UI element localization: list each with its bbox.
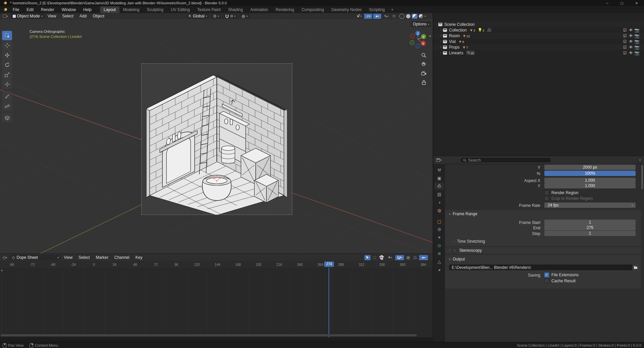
workspace-tab[interactable]: Scripting [365,6,389,13]
tool-move[interactable] [2,50,12,60]
resolution-pct-slider[interactable]: 100% [544,171,636,176]
output-path-field[interactable]: E:\Development\Blen... Blender #6\Render… [449,265,636,270]
file-extensions-checkbox[interactable]: ✓ [544,273,549,277]
exclude-checkbox[interactable]: ☑ [622,51,628,55]
viewport-menu-item[interactable]: Object [90,14,107,18]
exclude-checkbox[interactable]: ☑ [622,45,628,50]
show-hidden-toggle[interactable]: ⬚ [371,255,378,260]
main-menu-item[interactable]: Help [80,6,95,13]
render-visibility-icon[interactable]: 📷 [634,39,640,44]
crop-region-checkbox[interactable] [544,196,549,201]
gizmos-toggle[interactable]: ↗▾ [364,14,372,19]
frame-rate-dropdown[interactable]: 24 fps ▾ [544,202,636,208]
viewport-menu-item[interactable]: Select [59,14,76,18]
workspace-tab[interactable]: Rendering [272,6,298,13]
tool-add-cube[interactable] [2,113,12,123]
shading-wireframe-button[interactable] [399,14,405,19]
properties-scrollbar[interactable] [641,165,643,189]
main-menu-item[interactable]: Window [58,6,80,13]
open-folder-button[interactable] [632,265,639,270]
hide-eye-icon[interactable]: 👁 [628,45,634,50]
outliner-row-vial[interactable]: › Vial ▼8 ☑ 👁 📷 [434,39,644,44]
minimize-button[interactable]: ─ [600,0,614,6]
filter-dropdown[interactable]: ▼▾ [386,255,394,260]
overlays-dropdown[interactable]: ◕▾ [419,255,428,260]
render-visibility-icon[interactable]: 📷 [634,28,640,33]
snap-dropdown[interactable]: ⊡▾ [223,14,238,18]
outliner-row-room[interactable]: › Room ▼12 ☑ 👁 📷 [434,33,644,39]
close-button[interactable]: ✕ [629,0,644,6]
expand-icon[interactable]: › [438,34,443,37]
proportional-edit-dropdown[interactable]: ◎▾ [240,13,250,19]
outliner-row-collection[interactable]: › Collection ▼3 💡2 🎥 ☑ 👁 📷 [434,27,644,33]
step-field[interactable]: 1 [544,231,636,236]
outliner-row-scene-collection[interactable]: › Scene Collection [434,21,644,27]
tab-object-data[interactable]: △ [435,258,444,265]
exclude-checkbox[interactable]: ☑ [622,39,628,44]
render-region-checkbox[interactable] [544,190,549,195]
render-visibility-icon[interactable]: 📷 [634,34,640,38]
workspace-tab[interactable]: Shading [225,6,247,13]
dopesheet-menu-item[interactable]: Select [76,255,93,260]
viewport-3d[interactable]: Camera Orthographic (274) Scene Collecti… [0,19,433,253]
hide-eye-icon[interactable]: 👁 [628,51,634,55]
xray-toggle[interactable]: ⧉ [391,14,397,19]
workspace-tab[interactable]: Layout [100,6,119,13]
expand-icon[interactable]: › [438,28,443,32]
tool-cursor[interactable] [2,41,12,50]
dopesheet-menu-item[interactable]: Marker [93,255,111,260]
editor-type-chevron[interactable]: ▾ [6,256,7,259]
stereoscopy-checkbox[interactable] [452,248,457,253]
motion-curve-button[interactable]: ∿▾ [382,14,390,19]
tab-material[interactable]: ◕ [435,266,444,273]
ghost-toggle[interactable]: 👻 [379,255,385,260]
tool-annotate[interactable] [2,92,12,101]
snapping-dropdown[interactable]: ▾ [395,255,404,260]
current-frame-badge[interactable]: 274 [324,262,334,267]
tool-measure[interactable] [2,101,12,111]
shading-solid-button[interactable] [405,14,411,19]
tab-constraints[interactable]: ⧈ [435,250,444,257]
file-extensions-row[interactable]: ✓ File Extensions [544,272,579,278]
tab-object[interactable]: ▢ [435,218,444,225]
workspace-tab[interactable]: Animation [247,6,272,13]
gizmo-z-neg[interactable] [416,44,420,48]
properties-options-chevron[interactable]: ▾ [639,159,641,162]
pivot-dropdown[interactable]: ⊙▾ [211,13,221,19]
frame-start-field[interactable]: 1 [544,220,636,225]
aspect-y-field[interactable]: 1.000 [544,183,636,188]
workspace-tab[interactable]: Texture Paint [194,6,225,13]
workspace-tab[interactable]: Compositing [298,6,328,13]
workspace-tab[interactable]: Geometry Nodes [328,6,365,13]
viewport-menu-item[interactable]: View [45,14,59,18]
tab-modifiers[interactable]: ⚙ [435,226,444,233]
time-stretching-header[interactable]: ›Time Stretching [454,239,485,244]
end-field[interactable]: 275 [544,225,636,230]
playhead-line[interactable] [329,268,329,337]
perspective-toggle-icon[interactable] [421,80,427,85]
hide-eye-icon[interactable]: 👁 [628,28,634,33]
outliner-row-props[interactable]: › Props ▼7 ☑ 👁 📷 [434,44,644,50]
tab-view-layer[interactable]: ▤ [435,190,444,198]
add-workspace-button[interactable]: + [389,6,396,13]
output-header[interactable]: ▾Output [449,256,465,262]
hide-eye-icon[interactable]: 👁 [628,34,634,38]
exclude-checkbox[interactable]: ☑ [622,34,628,38]
aspect-x-field[interactable]: 1.000 [544,178,636,183]
outliner-row-linearts[interactable]: › Linearts ✎15 ☑ 👁 📷 [434,50,644,56]
timeline-ruler[interactable]: -96-72-48-240244872961201441681922162402… [0,261,433,268]
pan-hand-icon[interactable] [421,62,427,67]
tab-render[interactable]: ▣ [435,174,444,182]
workspace-tab[interactable]: UV Editing [167,6,194,13]
navigation-gizmo[interactable]: Z Y X [407,28,429,51]
stereoscopy-header[interactable]: › Stereoscopy [449,248,482,253]
render-visibility-icon[interactable]: 📷 [634,45,640,50]
camera-view-icon[interactable] [421,71,427,76]
editor-type-icon[interactable]: 🖵 [3,14,7,18]
properties-editor-icon[interactable]: 🗔 [436,158,440,163]
tab-tool[interactable]: ⚒ [435,166,444,174]
hide-eye-icon[interactable]: 👁 [628,39,634,44]
render-region-row[interactable]: Render Region [544,190,579,195]
frame-range-header[interactable]: ▾Frame Range [449,211,477,217]
sidebar-collapse-arrow[interactable]: ◂ [429,34,431,38]
